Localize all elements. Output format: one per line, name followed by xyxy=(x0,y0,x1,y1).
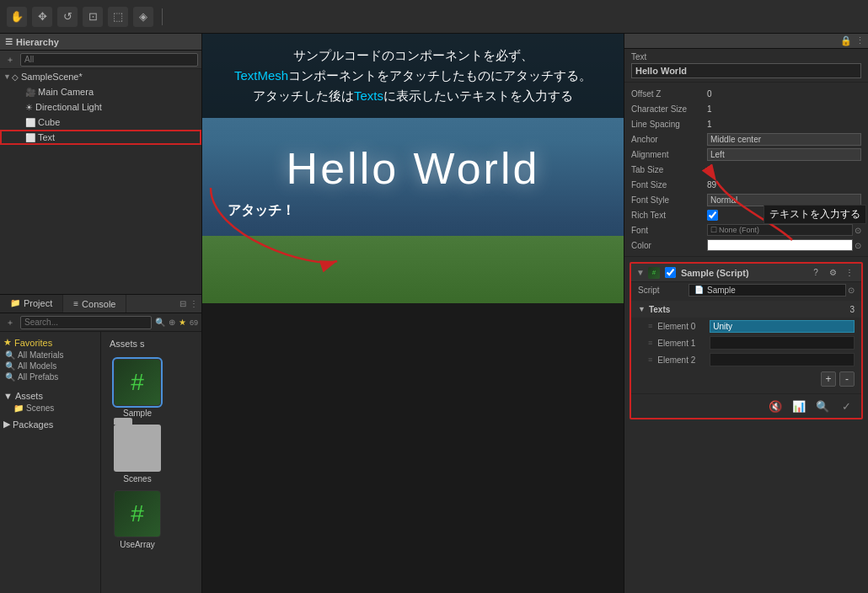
toolbar-move-tool[interactable]: ✥ xyxy=(32,7,52,27)
favorites-label: Favorites xyxy=(14,338,52,348)
inspector-text-field-section: Text xyxy=(624,49,868,83)
project-tab-icon: 📁 xyxy=(10,298,20,307)
toolbar-rect-tool[interactable]: ⬚ xyxy=(108,7,128,27)
asset-usearray[interactable]: # UseArray xyxy=(108,490,167,549)
toolbar-hand-tool[interactable]: ✋ xyxy=(7,7,27,27)
anchor-select[interactable]: Middle center xyxy=(707,133,861,146)
label-offsetz: Offset Z xyxy=(631,89,707,99)
footer-layers-icon[interactable]: 📊 xyxy=(790,398,807,414)
project-panel: 📁 Project ≡ Console ⊟ ⋮ ＋ 🔍 ⊕ ★ 69 xyxy=(0,295,201,593)
script-component: ▼ # Sample (Script) ? ⚙ ⋮ Script 📄 Sampl… xyxy=(630,262,863,419)
value-linespacing: 1 xyxy=(707,120,861,129)
footer-audio-icon[interactable]: 🔇 xyxy=(767,398,784,414)
toolbar-transform-tool[interactable]: ◈ xyxy=(133,7,153,27)
sidebar-all-materials[interactable]: 🔍 All Materials xyxy=(0,350,100,361)
alignment-select[interactable]: Left xyxy=(707,148,861,161)
sidebar-all-models[interactable]: 🔍 All Models xyxy=(0,361,100,371)
remove-element-button[interactable]: - xyxy=(839,371,855,387)
toolbar-rotate-tool[interactable]: ↺ xyxy=(57,7,78,27)
folder-icon-scenes: 📁 xyxy=(13,403,24,413)
texts-header-row: ▼ Texts 3 xyxy=(631,301,861,318)
left-panel: ☰ Hierarchy ＋ ▼ ◇ SampleScene* 🎥 Main Ca… xyxy=(0,34,202,593)
tab-console[interactable]: ≡ Console xyxy=(63,295,126,313)
project-search-input[interactable] xyxy=(20,316,152,329)
asset-label-sample: Sample xyxy=(123,409,152,418)
tree-icon-camera: 🎥 xyxy=(25,88,35,97)
tree-item-samplescene[interactable]: ▼ ◇ SampleScene* xyxy=(0,69,201,84)
project-add-button[interactable]: ＋ xyxy=(3,316,17,329)
magnifier-icon-models: 🔍 xyxy=(5,361,15,371)
label-alignment: Alignment xyxy=(631,150,707,159)
fontstyle-select[interactable]: Normal xyxy=(707,194,861,206)
add-element-button[interactable]: + xyxy=(821,371,836,387)
label-linespacing: Line Spacing xyxy=(631,120,707,129)
tab-project-label: Project xyxy=(24,298,52,308)
project-toolbar: ＋ 🔍 ⊕ ★ 69 xyxy=(0,313,201,332)
tree-item-maincamera[interactable]: 🎥 Main Camera xyxy=(0,84,201,99)
script-settings-button[interactable]: ⚙ xyxy=(826,266,839,280)
tab-project[interactable]: 📁 Project xyxy=(0,295,63,313)
inspector-row-offsetz: Offset Z 0 xyxy=(624,86,868,101)
footer-check-icon[interactable]: ✓ xyxy=(838,398,855,414)
annotation-line1: サンプルコードのコンポーネントを必ず、 xyxy=(293,45,533,66)
sidebar-scenes-folder[interactable]: 📁 Scenes xyxy=(0,403,100,414)
font-asset-icon: ☐ xyxy=(710,226,717,234)
inspector-row-anchor[interactable]: Anchor Middle center xyxy=(624,131,868,147)
inspector-row-alignment[interactable]: Alignment Left xyxy=(624,147,868,162)
script-more-button[interactable]: ⋮ xyxy=(843,266,856,280)
font-field[interactable]: ☐ None (Font) xyxy=(707,224,853,236)
tree-item-text[interactable]: ⬜ Text xyxy=(0,130,201,145)
script-help-button[interactable]: ? xyxy=(809,266,822,280)
asset-sample[interactable]: # Sample xyxy=(108,359,167,418)
inspector-lock-icon[interactable]: 🔒 xyxy=(840,35,852,46)
element-input-2[interactable] xyxy=(710,353,855,366)
scene-view: Hello World サンプルコードのコンポーネントを必ず、 TextMesh… xyxy=(202,34,624,593)
color-picker[interactable] xyxy=(707,239,853,251)
richtext-checkbox[interactable] xyxy=(707,210,718,221)
value-fontsize: 89 xyxy=(707,180,861,190)
footer-search-icon[interactable]: 🔍 xyxy=(814,398,831,414)
texts-section-label: Texts xyxy=(649,305,829,314)
element-input-0[interactable] xyxy=(710,320,855,333)
font-selector-icon[interactable]: ⊙ xyxy=(855,226,861,235)
label-anchor: Anchor xyxy=(631,135,707,144)
hierarchy-title: Hierarchy xyxy=(16,37,59,47)
label-tabsize: Tab Size xyxy=(631,165,707,174)
element-label-2: Element 2 xyxy=(657,355,706,365)
color-picker-icon[interactable]: ⊙ xyxy=(855,241,861,250)
texts-fold-arrow[interactable]: ▼ xyxy=(638,305,646,313)
script-ref-field[interactable]: 📄 Sample xyxy=(689,284,846,296)
inspector-more-icon[interactable]: ⋮ xyxy=(855,35,865,46)
inspector-row-font: Font ☐ None (Font) ⊙ xyxy=(624,222,868,238)
script-enable-checkbox[interactable] xyxy=(665,267,676,278)
project-search-icon: 🔍 xyxy=(155,318,165,327)
element-input-1[interactable] xyxy=(710,336,855,350)
script-ref-row: Script 📄 Sample ⊙ xyxy=(631,282,861,297)
asset-scenes[interactable]: Scenes xyxy=(108,425,167,483)
tree-item-directionallight[interactable]: ☀ Directional Light xyxy=(0,99,201,115)
element-drag-2: ≡ xyxy=(648,355,652,364)
assets-section-label: Assets xyxy=(15,391,43,401)
tree-arrow-samplescene: ▼ xyxy=(3,72,12,81)
tab-console-label: Console xyxy=(82,299,115,309)
hierarchy-add-button[interactable]: ＋ xyxy=(3,53,17,67)
inspector-text-value-input[interactable] xyxy=(631,63,861,78)
assets-section-header: ▼ Assets xyxy=(0,389,100,403)
text-mesh-highlight: TextMesh xyxy=(234,68,288,83)
script-footer: 🔇 📊 🔍 ✓ xyxy=(631,393,861,418)
element-drag-0: ≡ xyxy=(648,322,652,330)
tree-item-cube[interactable]: ⬜ Cube xyxy=(0,115,201,130)
toolbar-separator-1 xyxy=(162,8,163,25)
hierarchy-search-input[interactable] xyxy=(20,53,198,67)
all-materials-label: All Materials xyxy=(18,350,63,360)
script-component-header: ▼ # Sample (Script) ? ⚙ ⋮ xyxy=(631,264,861,282)
sidebar-all-prefabs[interactable]: 🔍 All Prefabs xyxy=(0,371,100,382)
script-ref-selector-icon[interactable]: ⊙ xyxy=(848,286,855,295)
hierarchy-header: ☰ Hierarchy xyxy=(0,34,201,51)
tree-icon-light: ☀ xyxy=(25,103,33,112)
inspector-row-fontstyle[interactable]: Font Style Normal xyxy=(624,192,868,207)
toolbar-scale-tool[interactable]: ⊡ xyxy=(83,7,103,27)
project-more-icon: ⋮ xyxy=(190,299,198,308)
script-fold-arrow[interactable]: ▼ xyxy=(636,268,645,277)
script-hash-icon: # xyxy=(652,269,656,276)
